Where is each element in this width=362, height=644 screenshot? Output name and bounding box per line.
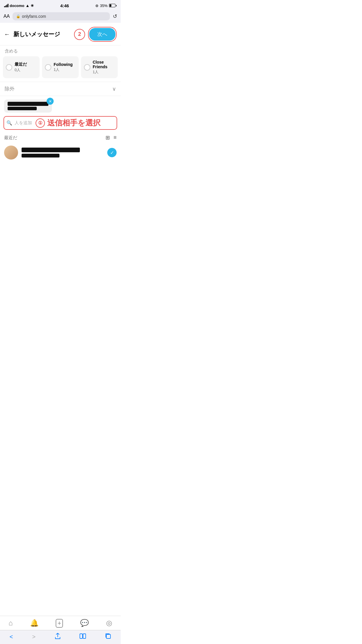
chip-name — [8, 102, 48, 106]
step-one-badge: ① — [36, 118, 45, 128]
chip-handle — [8, 107, 37, 110]
next-button[interactable]: 次へ — [89, 28, 115, 41]
battery-icon — [109, 4, 117, 7]
carrier-label: docomo — [10, 4, 24, 8]
exclude-section[interactable]: 除外 ∨ — [0, 82, 121, 96]
sort-icon[interactable]: ≡ — [113, 134, 117, 141]
option-following-count: 1人 — [54, 67, 73, 72]
option-recent[interactable]: 最近だ 0人 — [3, 56, 40, 78]
loading-icon: ✳ — [31, 4, 34, 8]
user-info — [22, 148, 104, 158]
search-icon: 🔍 — [6, 120, 12, 126]
option-close-friends-count: 1人 — [93, 69, 115, 75]
search-box[interactable]: 🔍 人を追加 ① 送信相手を選択 — [3, 116, 117, 130]
wifi-icon: ▲ — [26, 3, 30, 8]
user-selected-check[interactable]: ✓ — [107, 148, 117, 157]
text-size-button[interactable]: AA — [3, 14, 10, 19]
recently-header: 最近だ ⊞ ≡ — [0, 133, 121, 143]
filter-icons: ⊞ ≡ — [106, 134, 117, 141]
option-close-friends[interactable]: Close Friends 1人 — [81, 56, 118, 78]
option-following[interactable]: Following 1人 — [42, 56, 79, 78]
option-recent-title: 最近だ — [15, 62, 27, 67]
radio-recent[interactable] — [6, 64, 12, 71]
url-text: onlyfans.com — [22, 14, 46, 19]
search-placeholder: 人を追加 — [15, 120, 32, 126]
exclude-label: 除外 — [5, 85, 15, 92]
option-recent-count: 0人 — [15, 67, 27, 73]
recipient-options: 最近だ 0人 Following 1人 Close Friends 1人 — [0, 56, 121, 82]
radio-close-friends[interactable] — [84, 64, 90, 71]
chevron-down-icon: ∨ — [112, 86, 116, 92]
url-bar[interactable]: 🔒 onlyfans.com — [13, 12, 110, 20]
include-label: 含める — [0, 46, 121, 56]
refresh-button[interactable]: ↺ — [113, 13, 117, 20]
status-right: ⊛ 35% — [95, 4, 117, 8]
back-button[interactable]: ← — [4, 31, 10, 38]
browser-bar: AA 🔒 onlyfans.com ↺ — [0, 10, 121, 23]
selected-chips: ✕ — [0, 96, 121, 114]
lock-icon: 🔒 — [16, 14, 20, 18]
option-close-friends-title: Close Friends — [93, 60, 115, 69]
user-list-item[interactable]: ✓ — [0, 143, 121, 162]
filter-adjust-icon[interactable]: ⊞ — [106, 134, 110, 141]
status-bar: docomo ▲ ✳ 4:46 ⊛ 35% — [0, 0, 121, 10]
page-title: 新しいメッセージ — [13, 30, 74, 38]
user-name — [22, 148, 80, 152]
lock-status-icon: ⊛ — [95, 4, 99, 8]
remove-chip-button[interactable]: ✕ — [47, 98, 54, 105]
page-content: ← 新しいメッセージ 2 次へ 含める 最近だ 0人 Following 1人 — [0, 23, 121, 192]
time-label: 4:46 — [60, 3, 69, 8]
step-number-badge: 2 — [74, 29, 85, 40]
battery-percent: 35% — [100, 4, 108, 8]
signal-bars — [4, 4, 8, 7]
user-chip[interactable]: ✕ — [4, 99, 52, 113]
search-section: 🔍 人を追加 ① 送信相手を選択 — [0, 114, 121, 133]
radio-following[interactable] — [45, 64, 51, 71]
status-left: docomo ▲ ✳ — [4, 3, 34, 8]
user-avatar — [4, 146, 18, 160]
search-annotation: 送信相手を選択 — [47, 118, 101, 128]
nav-header: ← 新しいメッセージ 2 次へ — [0, 23, 121, 46]
recently-label: 最近だ — [4, 135, 17, 141]
user-handle — [22, 154, 59, 158]
next-button-wrapper: 次へ — [88, 27, 117, 42]
option-following-title: Following — [54, 62, 73, 67]
